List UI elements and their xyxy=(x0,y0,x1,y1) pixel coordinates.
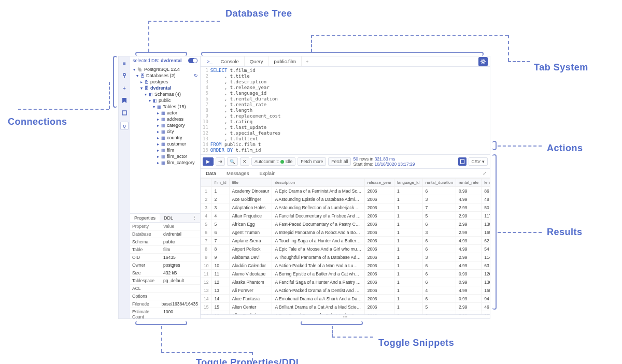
prop-row: Filenodebase/16384/16435 xyxy=(130,300,200,308)
prop-row: Databasedvdrental xyxy=(130,230,200,238)
column-header[interactable]: release_year xyxy=(364,179,394,187)
bookmark-icon[interactable] xyxy=(121,97,128,104)
svg-point-0 xyxy=(123,74,125,76)
tree-tables[interactable]: ▾▦ Tables (15) xyxy=(130,104,200,110)
result-expand-icon[interactable]: ⤢ xyxy=(479,169,490,178)
anno-connections: Connections xyxy=(8,117,67,127)
props-more-icon[interactable]: ⋮ xyxy=(189,214,200,222)
properties-tabs: Properties DDL ⋮ xyxy=(130,213,200,223)
result-tab-data[interactable]: Data xyxy=(201,169,221,178)
settings-icon[interactable] xyxy=(478,57,488,66)
table-row[interactable]: 88Airport PollockA Epic Tale of a Moose … xyxy=(201,245,490,253)
sidebar: selected DB: dvdrental ▾🐘 PostgreSQL 12.… xyxy=(130,56,201,318)
results-grid[interactable]: film_idtitledescriptionrelease_yearlangu… xyxy=(201,178,490,314)
column-header[interactable]: rental_duration xyxy=(422,179,456,187)
tab-query[interactable]: Query xyxy=(245,56,269,66)
table-row[interactable]: 44Affair PrejudiceA Fanciful Documentary… xyxy=(201,212,490,220)
selected-db-label: selected DB: xyxy=(133,58,159,63)
table-row[interactable]: 1111Alamo VideotapeA Boring Epistle of a… xyxy=(201,270,490,278)
tree-table-customer[interactable]: ▸▦customer xyxy=(130,141,200,147)
table-row[interactable]: 11Academy DinosaurA Epic Drama of a Femi… xyxy=(201,187,490,195)
tab-properties[interactable]: Properties xyxy=(130,214,160,222)
table-row[interactable]: 33Adaptation HolesA Astounding Reflectio… xyxy=(201,203,490,212)
connection-icon[interactable] xyxy=(121,72,128,79)
props-header: Property Value xyxy=(130,223,200,230)
autocommit-button[interactable]: Autocommit: Idle xyxy=(251,157,295,166)
anno-db-tree: Database Tree xyxy=(225,8,292,19)
column-header[interactable]: film_id xyxy=(211,179,229,187)
tree-schemas[interactable]: ▾◧ Schemas (4) xyxy=(130,91,200,97)
indent-button[interactable]: ⇥ xyxy=(216,157,225,166)
search-button[interactable]: 🔍 xyxy=(227,157,238,166)
anno-results: Results xyxy=(547,227,583,238)
menu-icon[interactable]: ≡ xyxy=(121,60,128,67)
column-header[interactable]: description xyxy=(272,179,364,187)
tree-databases[interactable]: ▾🗄 Databases (2) ↻ xyxy=(130,72,200,79)
tree-table-category[interactable]: ▸▦category xyxy=(130,122,200,128)
actions-toolbar: ▶ ⇥ 🔍 ✕ Autocommit: Idle Fetch more Fetc… xyxy=(201,155,490,169)
add-icon[interactable]: + xyxy=(121,84,128,92)
clear-button[interactable]: ✕ xyxy=(240,157,249,166)
table-row[interactable]: 99Alabama DevilA Thoughtful Panorama of … xyxy=(201,253,490,261)
tree-table-actor[interactable]: ▸▦actor xyxy=(130,110,200,116)
tab-console[interactable]: Console xyxy=(216,56,245,66)
result-tab-messages[interactable]: Messages xyxy=(221,169,254,178)
table-row[interactable]: 1212Alaska PhantomA Fanciful Saga of a H… xyxy=(201,278,490,286)
tree-server[interactable]: ▾🐘 PostgreSQL 12.4 xyxy=(130,66,200,72)
table-row[interactable]: 1313Ali ForeverA Action-Packed Drama of … xyxy=(201,286,490,295)
snippets-handle[interactable]: ••• xyxy=(201,314,490,318)
export-icon[interactable] xyxy=(458,157,466,166)
tree-db-dvdrental[interactable]: ▾🗄 dvdrental xyxy=(130,85,200,91)
anno-tab-system: Tab System xyxy=(534,62,588,73)
tree-table-film[interactable]: ▸▦film xyxy=(130,147,200,153)
table-row[interactable]: 77Airplane SierraA Touching Saga of a Hu… xyxy=(201,237,490,245)
result-tab-explain[interactable]: Explain xyxy=(254,169,280,178)
anno-snippets: Toggle Snippets xyxy=(378,338,454,348)
anno-actions: Actions xyxy=(547,143,583,154)
tree-db-postgres[interactable]: ▸🗄 postgres xyxy=(130,79,200,85)
svg-rect-3 xyxy=(460,159,464,164)
fetch-more-button[interactable]: Fetch more xyxy=(298,157,326,166)
db-toggle[interactable] xyxy=(188,58,197,63)
table-row[interactable]: 55African EggA Fast-Paced Documentary of… xyxy=(201,220,490,228)
main-panel: >_ Console Query public.film + 123456789… xyxy=(201,56,490,318)
table-row[interactable]: 1414Alice FantasiaA Emotional Drama of a… xyxy=(201,295,490,303)
column-header[interactable]: title xyxy=(229,179,272,187)
properties-panel: DatabasedvdrentalSchemapublicTablefilmOI… xyxy=(130,230,200,318)
prop-row: Schemapublic xyxy=(130,238,200,246)
tree-table-city[interactable]: ▸▦city xyxy=(130,128,200,135)
export-format[interactable]: CSV▾ xyxy=(469,157,488,166)
tab-ddl[interactable]: DDL xyxy=(160,214,177,222)
tree-schema-public[interactable]: ▾◧ public xyxy=(130,97,200,104)
result-tabs: Data Messages Explain ⤢ xyxy=(201,169,490,178)
sql-editor[interactable]: 123456789101112131415 SELECT t.film_id ,… xyxy=(201,67,490,155)
fetch-all-button[interactable]: Fetch all xyxy=(328,157,351,166)
table-row[interactable]: 1515Alien CenterA Brilliant Drama of a C… xyxy=(201,303,490,311)
tab-bar: >_ Console Query public.film + xyxy=(201,56,490,67)
table-row[interactable]: 1010Aladdin CalendarA Action-Packed Tale… xyxy=(201,261,490,270)
svg-rect-1 xyxy=(122,111,126,115)
prop-row: Ownerpostgres xyxy=(130,261,200,269)
run-button[interactable]: ▶ xyxy=(203,157,214,166)
table-row[interactable]: 22Ace GoldfingerA Astounding Epistle of … xyxy=(201,195,490,203)
column-header[interactable]: rental_rate xyxy=(456,179,481,187)
table-row[interactable]: 66Agent TrumanA Intrepid Panorama of a R… xyxy=(201,228,490,237)
sql-icon[interactable]: Q xyxy=(120,122,129,130)
tree-table-film_actor[interactable]: ▸▦film_actor xyxy=(130,153,200,159)
prop-row: Options xyxy=(130,293,200,300)
prop-row: OID16435 xyxy=(130,254,200,261)
result-meta: 50 rows in 321.83 ms Start time: 10/16/2… xyxy=(353,156,415,167)
prop-row: Size432 kB xyxy=(130,269,200,277)
tree-table-address[interactable]: ▸▦address xyxy=(130,116,200,122)
column-header[interactable]: language_id xyxy=(394,179,422,187)
selected-db-name: dvdrental xyxy=(161,58,182,63)
tab-add[interactable]: + xyxy=(302,56,313,66)
tab-public-film[interactable]: public.film xyxy=(269,56,302,66)
column-header[interactable]: length xyxy=(482,179,490,187)
prompt-icon: >_ xyxy=(204,56,216,66)
layers-icon[interactable] xyxy=(121,109,128,117)
tree-table-film_category[interactable]: ▸▦film_category xyxy=(130,159,200,166)
database-tree: ▾🐘 PostgreSQL 12.4 ▾🗄 Databases (2) ↻ ▸🗄… xyxy=(130,65,200,213)
connections-rail: ≡ + Q xyxy=(119,56,130,318)
tree-table-country[interactable]: ▸▦country xyxy=(130,135,200,141)
